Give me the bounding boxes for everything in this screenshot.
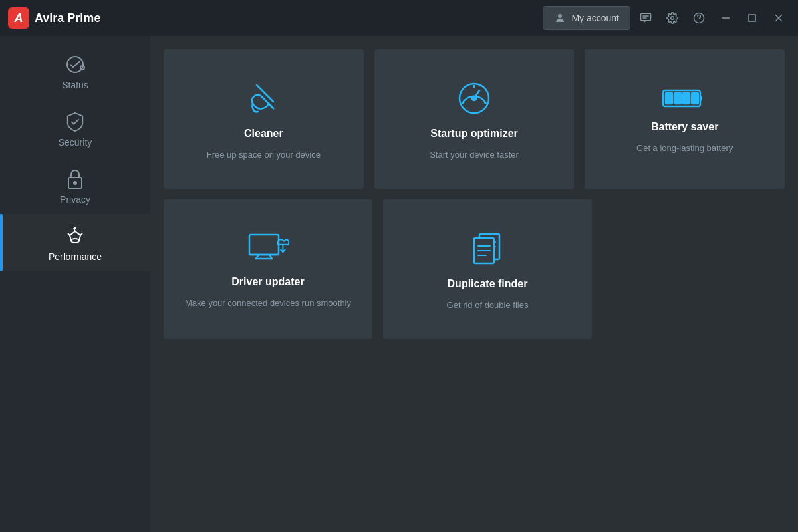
gear-icon (666, 12, 678, 24)
cleaner-title: Cleaner (244, 128, 283, 140)
security-icon (66, 112, 84, 132)
sidebar-label-status: Status (62, 80, 88, 90)
content-area: Cleaner Free up space on your device (150, 36, 798, 532)
duplicate-finder-title: Duplicate finder (448, 278, 528, 290)
battery-saver-title: Battery saver (651, 121, 718, 133)
main-layout: Status Security Privacy (0, 36, 798, 532)
avira-logo-icon: A (8, 7, 29, 29)
cleaner-icon (243, 78, 283, 118)
cards-row-1: Cleaner Free up space on your device (164, 49, 785, 189)
sidebar-label-security: Security (59, 137, 92, 148)
minimize-button[interactable] (714, 7, 737, 29)
help-button[interactable] (688, 7, 710, 29)
sidebar-item-performance[interactable]: Performance (0, 214, 150, 271)
battery-saver-card[interactable]: Battery saver Get a long-lasting battery (585, 49, 785, 189)
startup-optimizer-title: Startup optimizer (430, 128, 518, 140)
startup-optimizer-desc: Start your device faster (430, 149, 519, 161)
maximize-icon (748, 14, 756, 22)
my-account-button[interactable]: My account (543, 6, 630, 30)
sidebar-label-performance: Performance (49, 251, 102, 262)
performance-icon (65, 226, 85, 246)
startup-optimizer-card[interactable]: Startup optimizer Start your device fast… (374, 49, 575, 189)
svg-rect-8 (749, 15, 755, 21)
duplicate-finder-card[interactable]: Duplicate finder Get rid of double files (383, 200, 592, 339)
svg-point-4 (671, 17, 674, 20)
chat-icon (640, 12, 652, 24)
titlebar-controls: My account (543, 6, 790, 30)
duplicate-finder-desc: Get rid of double files (447, 299, 529, 311)
empty-placeholder (602, 200, 785, 339)
driver-updater-card[interactable]: Driver updater Make your connected devic… (164, 200, 372, 339)
status-icon (65, 55, 85, 74)
svg-rect-30 (692, 93, 698, 104)
svg-point-16 (71, 239, 79, 243)
svg-point-0 (558, 14, 562, 18)
sidebar-item-privacy[interactable]: Privacy (0, 157, 150, 214)
cleaner-card[interactable]: Cleaner Free up space on your device (164, 49, 364, 189)
logo-area: A Avira Prime (8, 7, 100, 29)
cleaner-desc: Free up space on your device (207, 149, 321, 161)
driver-updater-title: Driver updater (231, 276, 304, 288)
sidebar-item-security[interactable]: Security (0, 100, 150, 157)
duplicate-finder-icon (467, 229, 507, 269)
svg-point-22 (472, 96, 476, 100)
svg-rect-29 (683, 93, 690, 104)
minimize-icon (722, 17, 730, 19)
app-title: Avira Prime (35, 11, 100, 25)
chat-button[interactable] (634, 7, 657, 29)
person-icon (554, 12, 566, 24)
cards-row-2: Driver updater Make your connected devic… (164, 200, 785, 339)
sidebar-item-status[interactable]: Status (0, 43, 150, 100)
svg-rect-1 (641, 13, 651, 21)
svg-rect-28 (674, 93, 681, 104)
battery-icon (662, 85, 708, 112)
battery-saver-desc: Get a long-lasting battery (636, 142, 733, 154)
sidebar-label-privacy: Privacy (60, 194, 90, 205)
help-icon (693, 12, 705, 24)
svg-point-15 (74, 182, 76, 184)
svg-rect-27 (666, 93, 672, 104)
close-icon (775, 14, 783, 22)
svg-line-18 (80, 233, 82, 235)
driver-updater-desc: Make your connected devices run smoothly (185, 297, 351, 309)
startup-icon (454, 78, 494, 118)
svg-rect-31 (249, 235, 279, 255)
close-button[interactable] (767, 7, 790, 29)
sidebar: Status Security Privacy (0, 36, 150, 532)
settings-button[interactable] (661, 7, 684, 29)
titlebar: A Avira Prime My account (0, 0, 798, 36)
driver-updater-icon (247, 231, 289, 267)
maximize-button[interactable] (741, 7, 763, 29)
svg-line-17 (68, 233, 70, 235)
privacy-icon (67, 169, 83, 189)
